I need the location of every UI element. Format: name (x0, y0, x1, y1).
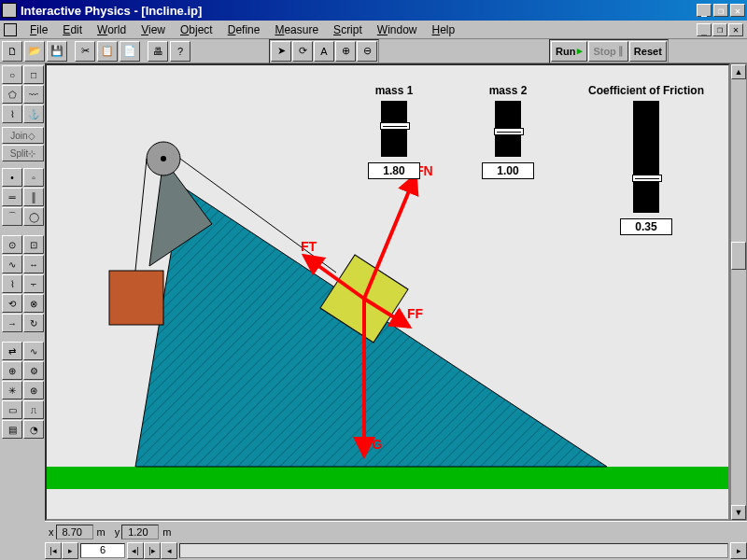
cof-label: Coefficient of Friction (588, 84, 704, 97)
motor-button[interactable]: ∿ (23, 342, 44, 360)
frame-number-field[interactable]: 6 (80, 543, 125, 558)
separator-button[interactable]: ↔ (23, 255, 44, 273)
mass1-value[interactable]: 1.80 (368, 162, 420, 179)
menu-help[interactable]: Help (424, 21, 462, 38)
pin-square-button[interactable]: ▫ (23, 168, 44, 187)
menu-edit[interactable]: Edit (55, 21, 90, 38)
menu-file[interactable]: File (22, 21, 55, 38)
slot-horiz-button[interactable]: ═ (2, 188, 22, 206)
rot-damper-button[interactable]: ⊗ (23, 294, 44, 313)
ground (47, 467, 730, 489)
copy-button[interactable]: 📋 (97, 41, 118, 62)
rope-button[interactable]: ∿ (2, 255, 22, 273)
meter-dial-button[interactable]: ◔ (23, 420, 44, 439)
simulation-controls: Run▸ Stop∥ Reset (549, 39, 669, 63)
scroll-down-button[interactable]: ▼ (731, 505, 746, 520)
open-file-button[interactable]: 📂 (24, 41, 45, 62)
spring2-button[interactable]: ⌇ (2, 274, 22, 293)
gear-button[interactable]: ⚙ (23, 361, 44, 380)
closed-slot-button[interactable]: ◯ (23, 207, 44, 226)
text-tool-button[interactable]: A (314, 41, 334, 62)
hscroll-left-button[interactable]: ◂ (161, 542, 177, 559)
help-button[interactable]: ? (170, 41, 190, 62)
anchor-button[interactable]: ⚓ (23, 105, 44, 123)
mass2-slider[interactable]: mass 2 1.00 (495, 101, 521, 179)
cof-value[interactable]: 0.35 (620, 218, 672, 235)
meter-pulse-button[interactable]: ⎍ (23, 400, 44, 419)
simulation-canvas[interactable]: FN FT FF FG mass 1 1.80 mass 2 1.00 Coef… (45, 63, 730, 521)
pulley-button[interactable]: ⊕ (2, 361, 22, 380)
main-toolbar: 🗋 📂 💾 ✂ 📋 📄 🖶 ? ➤ ⟳ A ⊕ ⊖ Run▸ Stop∥ Res… (0, 39, 747, 63)
polygon-shape-button[interactable]: ⬠ (2, 85, 22, 104)
status-y-value: 1.20 (121, 525, 159, 539)
menu-define[interactable]: Define (220, 21, 268, 38)
rigid-joint-button[interactable]: ⊡ (23, 235, 44, 254)
horizontal-scrollbar[interactable] (179, 543, 728, 558)
status-y-label: y (115, 526, 120, 538)
meter-graph-button[interactable]: ▤ (2, 420, 22, 439)
zoom-out-button[interactable]: ⊖ (357, 41, 377, 62)
point-tool-button[interactable]: • (2, 168, 22, 187)
rotate-tool-button[interactable]: ⟳ (292, 41, 313, 62)
mass1-slider[interactable]: mass 1 1.80 (381, 101, 407, 179)
hscroll-right-button[interactable]: ▸ (730, 542, 747, 559)
menu-script[interactable]: Script (326, 21, 370, 38)
menu-object[interactable]: Object (173, 21, 220, 38)
mdi-minimize-button[interactable]: _ (697, 23, 712, 36)
menu-measure[interactable]: Measure (267, 21, 326, 38)
force-button[interactable]: → (2, 314, 22, 332)
curve-shape-button[interactable]: 〰 (23, 85, 44, 104)
status-y-unit: m (162, 526, 171, 538)
menu-window[interactable]: Window (370, 21, 425, 38)
svg-line-4 (135, 159, 147, 271)
save-file-button[interactable]: 💾 (47, 41, 67, 62)
maximize-button[interactable]: ❐ (713, 4, 728, 17)
pointer-tool-button[interactable]: ➤ (271, 41, 291, 62)
actuator-button[interactable]: ⇄ (2, 342, 22, 360)
run-button[interactable]: Run▸ (551, 41, 587, 62)
cof-slider[interactable]: Coefficient of Friction 0.35 (633, 101, 659, 235)
status-bar: x 8.70 m y 1.20 m (45, 521, 747, 541)
pin-joint-button[interactable]: ⊙ (2, 235, 22, 254)
minimize-button[interactable]: _ (697, 4, 712, 17)
mass2-label: mass 2 (489, 84, 528, 97)
meter-horiz-button[interactable]: ▭ (2, 400, 22, 419)
mdi-close-button[interactable]: ✕ (728, 23, 743, 36)
stop-button[interactable]: Stop∥ (588, 41, 627, 62)
join-button[interactable]: Join◇ (2, 127, 44, 144)
status-x-value: 8.70 (56, 525, 93, 539)
vertical-scrollbar[interactable]: ▲ ▼ (730, 63, 747, 521)
frame-first-button[interactable]: |◂ (45, 542, 62, 559)
mass2-value[interactable]: 1.00 (482, 162, 534, 179)
spring-button[interactable]: ⌇ (2, 105, 22, 123)
frame-fwd-button[interactable]: |▸ (144, 542, 161, 559)
menu-view[interactable]: View (134, 21, 173, 38)
split-button[interactable]: Split⊹ (2, 145, 44, 161)
square-shape-button[interactable]: □ (23, 65, 44, 84)
paste-button[interactable]: 📄 (120, 41, 140, 62)
cut-button[interactable]: ✂ (75, 41, 95, 62)
torque-button[interactable]: ↻ (23, 314, 44, 332)
scroll-thumb[interactable] (731, 242, 746, 270)
constraint-button[interactable]: ⊛ (23, 381, 44, 399)
damper-button[interactable]: ⫟ (23, 274, 44, 293)
scroll-up-button[interactable]: ▲ (731, 64, 746, 79)
curved-slot-button[interactable]: ⌒ (2, 207, 22, 226)
hanging-block[interactable] (109, 271, 163, 325)
print-button[interactable]: 🖶 (148, 41, 168, 62)
new-file-button[interactable]: 🗋 (2, 41, 22, 62)
window-controls: _ ❐ ✕ (697, 4, 745, 17)
reset-button[interactable]: Reset (629, 41, 667, 62)
app-icon (2, 3, 17, 18)
gear2-button[interactable]: ✳ (2, 381, 22, 399)
rot-spring-button[interactable]: ⟲ (2, 294, 22, 313)
slot-vert-button[interactable]: ║ (23, 188, 44, 206)
frame-prev-button[interactable]: ▸ (62, 542, 78, 559)
menu-world[interactable]: World (90, 21, 134, 38)
frame-back-button[interactable]: ◂| (127, 542, 144, 559)
close-button[interactable]: ✕ (730, 4, 745, 17)
zoom-in-button[interactable]: ⊕ (335, 41, 356, 62)
force-gravity-label: FG (364, 437, 382, 452)
circle-shape-button[interactable]: ○ (2, 65, 22, 84)
mdi-maximize-button[interactable]: ❐ (712, 23, 727, 36)
